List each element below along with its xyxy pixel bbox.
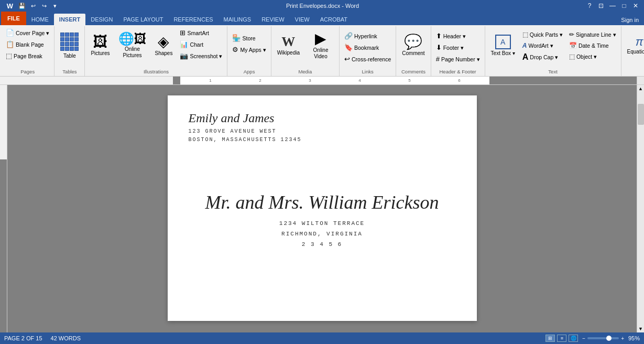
- signature-line-button[interactable]: ✏ Signature Line ▾: [566, 29, 619, 40]
- save-button[interactable]: 💾: [17, 1, 27, 10]
- scroll-up-button[interactable]: ▲: [637, 85, 645, 92]
- media-group-label: Media: [274, 67, 337, 76]
- table-button[interactable]: Table: [57, 27, 82, 64]
- tab-design[interactable]: DESIGN: [85, 14, 118, 25]
- redo-button[interactable]: ↪: [39, 1, 49, 10]
- ribbon-group-media: W Wikipedia ▶ Online Video Media: [271, 26, 340, 76]
- word-icon: W: [4, 0, 16, 12]
- read-mode-button[interactable]: ≡: [557, 335, 566, 342]
- print-layout-button[interactable]: ⊞: [545, 335, 555, 342]
- scroll-thumb[interactable]: [638, 104, 644, 125]
- restore-button[interactable]: ⊡: [597, 2, 605, 10]
- comment-icon: 💬: [404, 35, 422, 49]
- tables-group-label: Tables: [57, 67, 82, 76]
- view-controls: ⊞ ≡ 🌐: [545, 335, 578, 342]
- main-area: Emily and James 123 Grove Avenue West Bo…: [0, 85, 644, 332]
- sign-in-button[interactable]: Sign in: [616, 15, 644, 25]
- header-footer-group-label: Header & Footer: [433, 67, 483, 76]
- object-button[interactable]: ⬚ Object ▾: [566, 51, 619, 62]
- wordart-icon: A: [522, 42, 527, 49]
- page-break-icon: ⬚: [6, 52, 12, 60]
- smartart-icon: ⊞: [180, 29, 185, 37]
- page-break-label: Page Break: [14, 53, 42, 59]
- store-icon: 🏪: [232, 34, 241, 42]
- recipient-address-line1: 1234 Wilton Terrace: [189, 219, 456, 229]
- window-title: Print Envelopes.docx - Word: [60, 3, 585, 9]
- smartart-button[interactable]: ⊞ SmartArt: [177, 27, 225, 38]
- online-pictures-button[interactable]: 🌐🖼 Online Pictures: [115, 27, 150, 64]
- blank-page-label: Blank Page: [16, 41, 44, 48]
- shapes-button[interactable]: ◈ Shapes: [151, 27, 177, 64]
- online-video-label: Online Video: [308, 47, 333, 60]
- tab-mailings[interactable]: MAILINGS: [219, 14, 257, 25]
- close-button[interactable]: ✕: [631, 2, 640, 10]
- undo-button[interactable]: ↩: [28, 1, 38, 10]
- zoom-slider[interactable]: [587, 337, 619, 339]
- equation-label: Equation ▾: [627, 49, 644, 55]
- cover-page-button[interactable]: 📄 Cover Page ▾: [3, 27, 52, 38]
- my-apps-button[interactable]: ⚙ My Apps ▾: [230, 44, 268, 55]
- tab-insert[interactable]: INSERT: [54, 14, 85, 25]
- tab-file[interactable]: FILE: [1, 12, 26, 25]
- comment-button[interactable]: 💬 Comment: [398, 27, 428, 64]
- return-address: Emily and James 123 Grove Avenue West Bo…: [189, 111, 456, 144]
- zoom-percent: 95%: [628, 335, 640, 341]
- store-label: Store: [242, 35, 255, 41]
- hyperlink-button[interactable]: 🔗 Hyperlink: [342, 30, 394, 41]
- scroll-down-button[interactable]: ▼: [637, 325, 645, 332]
- bookmark-label: Bookmark: [354, 45, 379, 51]
- zoom-out-button[interactable]: −: [582, 336, 585, 341]
- tab-acrobat[interactable]: ACROBAT: [315, 14, 353, 25]
- tab-view[interactable]: VIEW: [290, 14, 315, 25]
- vertical-scrollbar[interactable]: ▲ ▼: [637, 85, 644, 332]
- help-button[interactable]: ?: [585, 2, 594, 10]
- signature-line-icon: ✏: [569, 31, 574, 38]
- text-box-label: Text Box ▾: [491, 50, 515, 57]
- wikipedia-button[interactable]: W Wikipedia: [274, 27, 303, 64]
- cross-reference-icon: ↩: [344, 55, 350, 63]
- text-box-button[interactable]: A Text Box ▾: [487, 27, 519, 64]
- customize-button[interactable]: ▾: [50, 1, 60, 10]
- footer-button[interactable]: ⬇ Footer ▾: [433, 42, 483, 53]
- equation-button[interactable]: π Equation ▾: [624, 27, 644, 64]
- screenshot-icon: 📷: [180, 52, 188, 60]
- recipient-address-line2: Richmond, Virginia: [189, 229, 456, 240]
- quick-parts-button[interactable]: ⬚ Quick Parts ▾: [520, 29, 565, 40]
- header-button[interactable]: ⬆ Header ▾: [433, 30, 483, 41]
- date-time-button[interactable]: 📅 Date & Time: [566, 40, 619, 51]
- blank-page-button[interactable]: 📋 Blank Page: [3, 39, 52, 50]
- return-name: Emily and James: [189, 111, 456, 125]
- web-layout-button[interactable]: 🌐: [569, 335, 578, 342]
- hyperlink-icon: 🔗: [344, 32, 353, 40]
- wordart-button[interactable]: A WordArt ▾: [520, 40, 565, 51]
- screenshot-button[interactable]: 📷 Screenshot ▾: [177, 50, 225, 61]
- document-area[interactable]: Emily and James 123 Grove Avenue West Bo…: [7, 85, 637, 332]
- tab-home[interactable]: HOME: [26, 14, 54, 25]
- tab-page-layout[interactable]: PAGE LAYOUT: [118, 14, 168, 25]
- recipient-numbers: 2 3 4 5 6: [189, 240, 456, 250]
- return-address-line1: 123 Grove Avenue West: [189, 127, 456, 136]
- bookmark-icon: 🔖: [344, 44, 353, 51]
- signature-line-label: Signature Line ▾: [576, 31, 616, 38]
- table-icon: [60, 33, 79, 51]
- tab-review[interactable]: REVIEW: [256, 14, 289, 25]
- recipient-name: Mr. and Mrs. William Erickson: [189, 191, 456, 213]
- chart-button[interactable]: 📊 Chart: [177, 39, 225, 50]
- maximize-button[interactable]: □: [620, 2, 628, 10]
- zoom-in-button[interactable]: +: [621, 336, 624, 341]
- page-break-button[interactable]: ⬚ Page Break: [3, 50, 52, 61]
- minimize-button[interactable]: —: [608, 2, 617, 10]
- online-video-button[interactable]: ▶ Online Video: [304, 27, 337, 64]
- tab-references[interactable]: REFERENCES: [168, 14, 218, 25]
- illustrations-group-label: Illustrations: [87, 67, 225, 76]
- page-number-button[interactable]: # Page Number ▾: [433, 53, 483, 64]
- cross-reference-button[interactable]: ↩ Cross-reference: [342, 53, 394, 64]
- ribbon: 📄 Cover Page ▾ 📋 Blank Page ⬚ Page Break…: [0, 25, 644, 77]
- hyperlink-label: Hyperlink: [354, 33, 377, 39]
- zoom-thumb[interactable]: [606, 336, 612, 341]
- pictures-button[interactable]: 🖼 Pictures: [87, 27, 113, 64]
- store-button[interactable]: 🏪 Store: [230, 33, 268, 44]
- drop-cap-button[interactable]: A Drop Cap ▾: [520, 51, 565, 63]
- bookmark-button[interactable]: 🔖 Bookmark: [342, 42, 394, 53]
- online-video-icon: ▶: [315, 31, 326, 46]
